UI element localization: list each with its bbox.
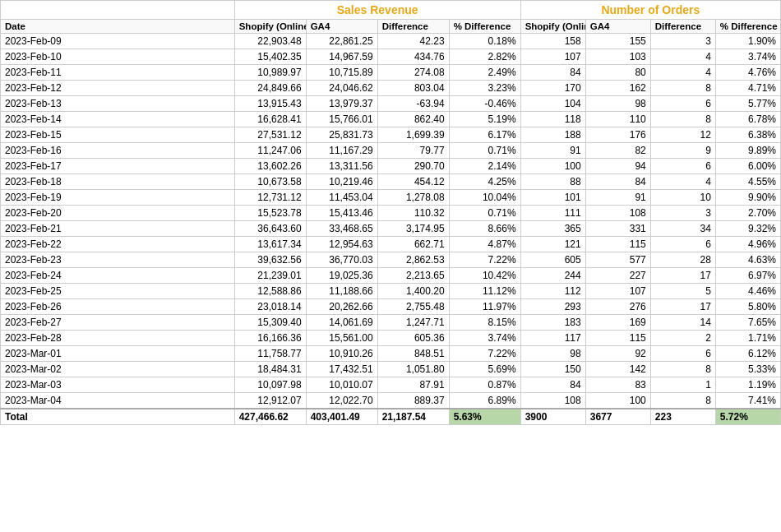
cell: 104 [520,96,585,112]
cell: 84 [520,377,585,393]
cell: 2023-Feb-24 [1,268,235,284]
cell: 6.17% [449,127,520,143]
col-header-diff1: Difference [377,20,449,34]
table-row: 2023-Feb-1611,247.0611,167.2979.770.71%9… [1,143,781,159]
col-header-ga4-1: GA4 [306,20,377,34]
cell: 605 [520,252,585,268]
cell: 12,588.86 [234,284,306,299]
cell: 13,311.56 [306,159,377,174]
cell: 1,400.20 [377,284,449,299]
cell: 16,628.41 [234,112,306,127]
cell: 8.66% [449,221,520,237]
table-row: 2023-Feb-2339,632.5636,770.032,862.537.2… [1,252,781,268]
cell: 4.55% [715,174,780,190]
col-header-pctdiff2: % Difference [715,20,780,34]
cell: 88 [520,174,585,190]
cell: 577 [585,252,650,268]
cell: 28 [650,252,715,268]
cell: 2023-Feb-09 [1,34,235,49]
cell: 6 [650,159,715,174]
cell: 12,954.63 [306,237,377,252]
cell: 33,468.65 [306,221,377,237]
cell: 244 [520,268,585,284]
table-row: 2023-Mar-0412,912.0712,022.70889.376.89%… [1,393,781,409]
cell: 2023-Feb-20 [1,206,235,221]
cell: 24,849.66 [234,81,306,96]
cell: 331 [585,221,650,237]
cell: 4.63% [715,252,780,268]
col-header-shopify2: Shopify (Online) [520,20,585,34]
cell: 14 [650,315,715,331]
cell: 274.08 [377,65,449,81]
cell: 11,453.04 [306,190,377,206]
table-row: 2023-Mar-0218,484.3117,432.511,051.805.6… [1,362,781,377]
table-row: 2023-Feb-1810,673.5810,219.46454.124.25%… [1,174,781,190]
cell: 162 [585,81,650,96]
cell: 9.89% [715,143,780,159]
total-pct1: 5.63% [449,409,520,425]
table-row: 2023-Feb-1527,531.1225,831.731,699.396.1… [1,127,781,143]
cell: 24,046.62 [306,81,377,96]
cell: 22,861.25 [306,34,377,49]
table-row: 2023-Feb-1015,402.3514,967.59434.762.82%… [1,49,781,65]
cell: 11,247.06 [234,143,306,159]
cell: 2023-Feb-19 [1,190,235,206]
cell: 169 [585,315,650,331]
cell: 91 [520,143,585,159]
cell: 17,432.51 [306,362,377,377]
cell: 2,213.65 [377,268,449,284]
cell: 5.33% [715,362,780,377]
cell: 5.77% [715,96,780,112]
total-ga4-1: 403,401.49 [306,409,377,425]
cell: 0.87% [449,377,520,393]
cell: 2023-Feb-16 [1,143,235,159]
cell: 6.00% [715,159,780,174]
cell: 11,167.29 [306,143,377,159]
cell: 107 [585,284,650,299]
table-row: 2023-Feb-2213,617.3412,954.63662.714.87%… [1,237,781,252]
cell: 2023-Feb-12 [1,81,235,96]
cell: 79.77 [377,143,449,159]
cell: 862.40 [377,112,449,127]
cell: 10,097.98 [234,377,306,393]
cell: 5.69% [449,362,520,377]
table-row: 2023-Feb-1416,628.4115,766.01862.405.19%… [1,112,781,127]
cell: 7.41% [715,393,780,409]
table-row: 2023-Feb-2623,018.1420,262.662,755.4811.… [1,299,781,315]
cell: 11,188.66 [306,284,377,299]
cell: 13,602.26 [234,159,306,174]
total-diff2: 223 [650,409,715,425]
cell: 2023-Mar-02 [1,362,235,377]
cell: 605.36 [377,331,449,346]
cell: 2.82% [449,49,520,65]
cell: 8 [650,362,715,377]
cell: 176 [585,127,650,143]
cell: 1,699.39 [377,127,449,143]
number-of-orders-header: Number of Orders [520,1,780,20]
cell: 13,979.37 [306,96,377,112]
cell: 170 [520,81,585,96]
cell: 3 [650,34,715,49]
cell: 1.71% [715,331,780,346]
cell: 2,755.48 [377,299,449,315]
table-row: 2023-Feb-1224,849.6624,046.62803.043.23%… [1,81,781,96]
cell: 107 [520,49,585,65]
cell: 15,309.40 [234,315,306,331]
cell: 115 [585,237,650,252]
cell: 83 [585,377,650,393]
cell: 103 [585,49,650,65]
cell: 158 [520,34,585,49]
cell: 14,061.69 [306,315,377,331]
table-row: 2023-Feb-2512,588.8611,188.661,400.2011.… [1,284,781,299]
cell: 12,731.12 [234,190,306,206]
cell: 1.90% [715,34,780,49]
cell: 10,715.89 [306,65,377,81]
cell: 290.70 [377,159,449,174]
table-row: 2023-Mar-0111,758.7710,910.26848.517.22%… [1,346,781,362]
cell: 92 [585,346,650,362]
cell: 94 [585,159,650,174]
cell: 2023-Feb-27 [1,315,235,331]
cell: 2023-Feb-25 [1,284,235,299]
cell: 39,632.56 [234,252,306,268]
cell: 7.22% [449,252,520,268]
